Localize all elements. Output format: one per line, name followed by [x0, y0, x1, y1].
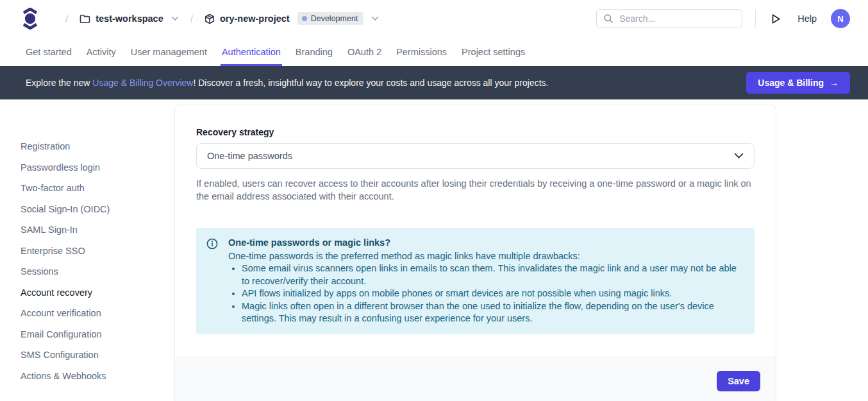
authentication-sidebar: Registration Passwordless login Two-fact… — [0, 99, 174, 387]
workspace-name: test-workspace — [96, 13, 163, 24]
usage-billing-overview-link[interactable]: Usage & Billing Overview — [92, 78, 193, 88]
tab-get-started[interactable]: Get started — [24, 37, 73, 66]
info-box-content: One-time passwords or magic links? One-t… — [228, 235, 742, 325]
recovery-strategy-select[interactable]: One-time passwords — [196, 143, 755, 169]
search-input[interactable] — [619, 13, 735, 24]
banner-message: Explore the new Usage & Billing Overview… — [26, 78, 549, 88]
project-name: ory-new-project — [220, 13, 290, 24]
usage-billing-button-label: Usage & Billing — [758, 78, 824, 88]
folder-icon — [79, 14, 90, 24]
usage-billing-button[interactable]: Usage & Billing → — [746, 72, 850, 94]
info-bullet: Some email virus scanners open links in … — [242, 262, 742, 287]
play-icon[interactable] — [771, 13, 781, 24]
page-content: Registration Passwordless login Two-fact… — [0, 99, 868, 401]
sidebar-item-sessions[interactable]: Sessions — [21, 262, 174, 282]
info-bullet: Magic links often open in a different br… — [242, 300, 742, 325]
sidebar-item-two-factor-auth[interactable]: Two-factor auth — [21, 178, 174, 198]
chevron-down-icon — [734, 153, 744, 159]
account-recovery-card: Recovery strategy One-time passwords If … — [174, 105, 776, 401]
tab-activity[interactable]: Activity — [85, 37, 117, 66]
info-box-bullet-list: Some email virus scanners open links in … — [228, 262, 742, 325]
sidebar-item-email-configuration[interactable]: Email Configuration — [21, 325, 174, 345]
recovery-strategy-label: Recovery strategy — [196, 127, 755, 137]
breadcrumb-separator: / — [190, 13, 193, 24]
usage-billing-banner: Explore the new Usage & Billing Overview… — [0, 66, 868, 99]
recovery-strategy-selected-value: One-time passwords — [207, 151, 292, 161]
search-icon — [603, 13, 613, 24]
ory-logo[interactable] — [22, 8, 38, 29]
sidebar-item-account-recovery[interactable]: Account recovery — [21, 283, 174, 303]
search-box[interactable] — [596, 9, 742, 28]
environment-badge: Development — [297, 12, 364, 25]
sidebar-item-actions-webhooks[interactable]: Actions & Webhooks — [21, 366, 174, 386]
arrow-right-icon: → — [830, 78, 839, 88]
chevron-down-icon — [371, 16, 379, 21]
help-link[interactable]: Help — [797, 13, 817, 24]
avatar-initial: N — [837, 14, 843, 24]
info-box-intro: One-time passwords is the preferred meth… — [228, 250, 742, 263]
tab-oauth2[interactable]: OAuth 2 — [346, 37, 383, 66]
tab-authentication[interactable]: Authentication — [221, 37, 282, 66]
environment-dot-icon — [302, 16, 307, 21]
project-switcher[interactable]: ory-new-project Development — [204, 12, 379, 25]
save-button[interactable]: Save — [717, 371, 760, 391]
sidebar-item-passwordless-login[interactable]: Passwordless login — [21, 158, 174, 178]
tab-permissions[interactable]: Permissions — [395, 37, 448, 66]
tab-project-settings[interactable]: Project settings — [460, 37, 526, 66]
info-bullet: API flows initialized by apps on mobile … — [242, 287, 742, 300]
sidebar-item-saml-sign-in[interactable]: SAML Sign-In — [21, 220, 174, 240]
project-nav-tabs: Get started Activity User management Aut… — [0, 37, 868, 66]
sidebar-item-account-verification[interactable]: Account verification — [21, 303, 174, 323]
banner-text-suffix: ! Discover a fresh, insightful way to ex… — [193, 78, 548, 88]
breadcrumb-separator: / — [65, 13, 68, 24]
sidebar-item-registration[interactable]: Registration — [21, 137, 174, 157]
chevron-down-icon — [171, 16, 179, 21]
package-icon — [204, 13, 215, 24]
banner-text-prefix: Explore the new — [26, 78, 92, 88]
card-footer: Save — [175, 357, 776, 401]
sidebar-item-enterprise-sso[interactable]: Enterprise SSO — [21, 241, 174, 261]
recovery-strategy-description: If enabled, users can recover access to … — [196, 177, 755, 203]
workspace-switcher[interactable]: test-workspace — [79, 13, 179, 24]
info-icon — [196, 235, 228, 325]
header-actions: Help N — [596, 9, 850, 28]
sidebar-item-social-sign-in[interactable]: Social Sign-In (OIDC) — [21, 200, 174, 219]
sidebar-item-sms-configuration[interactable]: SMS Configuration — [21, 345, 174, 365]
tab-user-management[interactable]: User management — [129, 37, 208, 66]
info-box-title: One-time passwords or magic links? — [228, 237, 742, 250]
environment-label: Development — [311, 14, 358, 23]
tab-branding[interactable]: Branding — [294, 37, 334, 66]
header-divider — [755, 10, 756, 27]
top-header: / test-workspace / ory-new-project Devel… — [0, 0, 868, 37]
info-box: One-time passwords or magic links? One-t… — [196, 228, 755, 334]
user-avatar[interactable]: N — [831, 9, 850, 28]
